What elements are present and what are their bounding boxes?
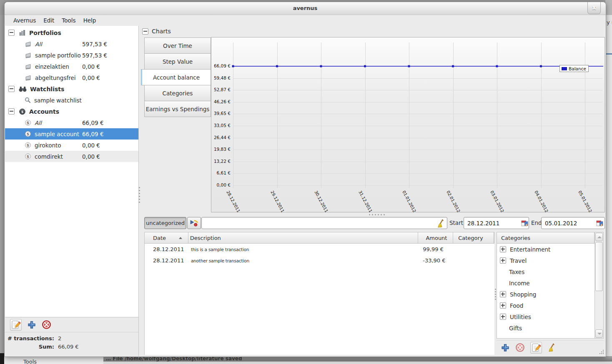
category-label: Gifts [509, 325, 522, 332]
sidebar-item-comdirekt[interactable]: $comdirekt0,00 € [5, 151, 138, 162]
tab-label: Step Value [163, 58, 193, 65]
sidebar-item-sample-portfolio[interactable]: sample portfolio597,53 € [5, 50, 138, 61]
end-date-value: 05.01.2012 [545, 220, 577, 227]
sidebar-item-all[interactable]: $All66,09 € [5, 117, 138, 128]
search-input[interactable] [201, 217, 447, 229]
start-date-field[interactable]: 28.12.2011 [464, 217, 529, 229]
chart-tabstrip: Over TimeStep ValueAccount balanceCatego… [144, 38, 211, 117]
column-header-date[interactable]: Date [145, 232, 188, 243]
auto-categorize-button[interactable] [187, 217, 201, 229]
end-calendar-icon[interactable] [596, 220, 603, 227]
sidebar-item-einzelaktien[interactable]: einzelaktien0,00 € [5, 61, 138, 72]
edit-button[interactable] [10, 319, 22, 331]
sidebar-item-value: 597,53 € [82, 52, 107, 59]
sidebar-item-sample-watchlist[interactable]: sample watchlist [5, 95, 138, 106]
magnifier-icon [25, 97, 31, 103]
chart-icon [25, 75, 32, 81]
menubar: AvernusEditToolsHelp [5, 15, 606, 26]
delete-button[interactable] [42, 320, 51, 329]
category-item-travel[interactable]: Travel [497, 255, 594, 266]
collapse-icon[interactable] [142, 28, 148, 35]
expand-icon[interactable] [500, 314, 506, 320]
clear-category-button[interactable] [547, 343, 557, 352]
category-item-entertainment[interactable]: Entertainment [497, 244, 594, 255]
sidebar-item-label: einzelaktien [35, 63, 69, 70]
menu-help[interactable]: Help [80, 15, 100, 26]
expand-icon[interactable] [500, 302, 506, 309]
categories-panel: Categories EntertainmentTravelTaxesIncom… [497, 232, 604, 354]
expand-icon[interactable] [500, 257, 506, 264]
menu-edit[interactable]: Edit [40, 15, 58, 26]
collapse-icon[interactable] [8, 30, 15, 36]
desktop: y s Tools … File /home/wolfgang/Desktop/… [0, 0, 612, 364]
category-item-income[interactable]: Income [497, 277, 594, 289]
sidebar-group-portfolios[interactable]: Portfolios [5, 27, 138, 38]
column-header-amount[interactable]: Amount [418, 232, 453, 243]
tab-over-time[interactable]: Over Time [144, 37, 211, 54]
scrollbar-thumb[interactable] [595, 242, 603, 291]
sidebar-item-sample-account[interactable]: $sample account66,09 € [5, 128, 138, 140]
uncategorized-toggle-button[interactable]: uncategorized [144, 217, 186, 229]
sort-ascending-icon [179, 237, 182, 239]
collapse-icon[interactable] [8, 108, 15, 115]
end-date-field[interactable]: 05.01.2012 [541, 217, 605, 229]
sidebar-group-watchlists[interactable]: Watchlists [5, 83, 138, 95]
sidebar-group-accounts[interactable]: $Accounts [5, 106, 138, 117]
edit-category-button[interactable] [530, 342, 542, 354]
sidebar-item-girokonto[interactable]: $girokonto0,00 € [5, 140, 138, 151]
tab-label: Categories [163, 90, 193, 97]
category-item-gifts[interactable]: Gifts [497, 322, 594, 334]
categories-scrollbar[interactable] [594, 232, 604, 339]
category-label: Shopping [510, 291, 536, 298]
dollar-icon: $ [25, 142, 31, 148]
chart-splitter-handle[interactable] [369, 214, 370, 215]
menu-tools[interactable]: Tools [58, 15, 79, 26]
category-item-taxes[interactable]: Taxes [497, 266, 594, 277]
column-header-description[interactable]: Description [188, 232, 419, 243]
tab-label: Account balance [153, 74, 200, 81]
sidebar-item-label: sample portfolio [35, 52, 81, 59]
start-calendar-icon[interactable] [521, 220, 528, 227]
expand-icon[interactable] [500, 246, 506, 252]
tab-step-value[interactable]: Step Value [144, 53, 211, 70]
sidebar-item-value: 0,00 € [82, 63, 100, 70]
background-window-blue-line [606, 53, 612, 55]
window-resize-grip[interactable] [603, 353, 604, 354]
coin-icon: $ [19, 108, 26, 115]
transaction-row[interactable]: 28.12.2011another sample transaction-33,… [145, 255, 494, 266]
sidebar-item-abgeltungsfrei[interactable]: abgeltungsfrei0,00 € [5, 72, 138, 83]
column-header-category[interactable]: Category [453, 232, 494, 243]
add-button[interactable] [27, 320, 36, 329]
tab-categories[interactable]: Categories [144, 85, 211, 101]
category-item-food[interactable]: Food [497, 300, 594, 311]
scroll-down-button[interactable] [595, 329, 603, 338]
categories-header[interactable]: Categories [497, 232, 594, 244]
categories-splitter-handle[interactable] [495, 289, 496, 290]
start-date-label: Start [449, 217, 463, 229]
titlebar[interactable]: avernus x [5, 2, 606, 15]
category-item-utilities[interactable]: Utilities [497, 311, 594, 322]
sum-label: Sum: [5, 343, 54, 351]
start-date-value: 28.12.2011 [467, 220, 499, 227]
tab-account-balance[interactable]: Account balance [141, 69, 211, 85]
sidebar-splitter-handle[interactable] [139, 187, 140, 188]
charts-expander[interactable]: Charts [142, 28, 171, 35]
tab-label: Earnings vs Spendings [146, 106, 210, 112]
transaction-row[interactable]: 28.12.2011this is a sample transaction99… [145, 244, 494, 255]
menu-avernus[interactable]: Avernus [10, 15, 40, 26]
category-item-shopping[interactable]: Shopping [497, 289, 594, 300]
sidebar-item-label: comdirekt [35, 153, 63, 160]
background-window-text: y s [607, 19, 612, 25]
clear-search-icon[interactable] [436, 219, 446, 228]
close-button[interactable]: x [587, 2, 601, 14]
collapse-icon[interactable] [8, 86, 15, 92]
sidebar-item-label: All [35, 41, 42, 47]
scroll-up-button[interactable] [595, 233, 603, 241]
sidebar-item-all[interactable]: All597,53 € [5, 38, 138, 50]
add-category-button[interactable] [501, 343, 510, 352]
tab-earnings-vs-spendings[interactable]: Earnings vs Spendings [144, 101, 211, 117]
delete-category-button[interactable] [515, 343, 525, 352]
expand-icon[interactable] [500, 291, 506, 297]
column-header-label: Category [458, 235, 483, 241]
sidebar-toolbar [5, 317, 138, 332]
